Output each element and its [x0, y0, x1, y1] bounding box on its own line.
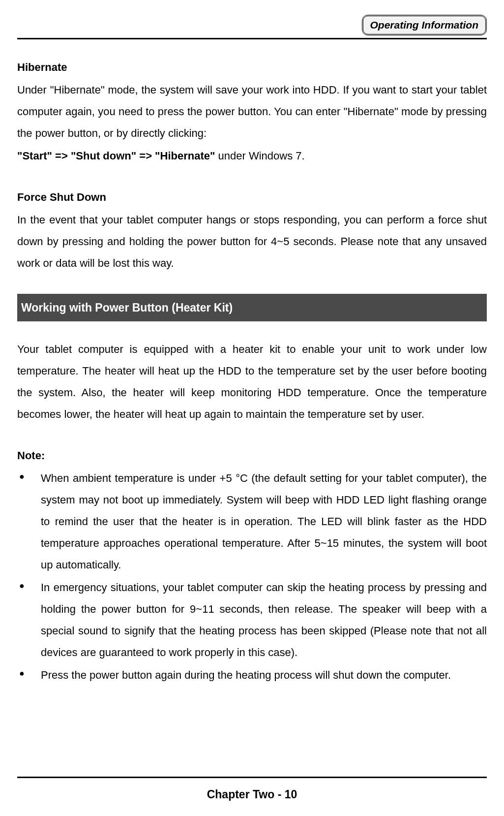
section-bar-heater: Working with Power Button (Heater Kit) [17, 294, 487, 321]
header-section: Operating Information [17, 15, 487, 35]
bottom-rule [17, 777, 487, 778]
note-item-3: Press the power button again during the … [17, 664, 487, 686]
hibernate-path: "Start" => "Shut down" => "Hibernate" un… [17, 145, 487, 167]
note-item-1: When ambient temperature is under +5 °C … [17, 468, 487, 576]
hibernate-path-bold: "Start" => "Shut down" => "Hibernate" [17, 150, 215, 162]
note-list: When ambient temperature is under +5 °C … [17, 468, 487, 686]
page-number: Chapter Two - 10 [17, 788, 487, 801]
main-content: Hibernate Under "Hibernate" mode, the sy… [17, 57, 487, 686]
heading-hibernate: Hibernate [17, 57, 487, 78]
hibernate-path-rest: under Windows 7. [215, 150, 304, 162]
heading-force-shutdown: Force Shut Down [17, 187, 487, 208]
top-rule [17, 38, 487, 39]
header-badge: Operating Information [362, 15, 487, 35]
note-heading: Note: [17, 445, 487, 467]
hibernate-para1: Under "Hibernate" mode, the system will … [17, 79, 487, 144]
heater-para: Your tablet computer is equipped with a … [17, 339, 487, 425]
footer: Chapter Two - 10 [17, 777, 487, 801]
note-item-2: In emergency situations, your tablet com… [17, 577, 487, 663]
force-shutdown-para: In the event that your tablet computer h… [17, 209, 487, 274]
